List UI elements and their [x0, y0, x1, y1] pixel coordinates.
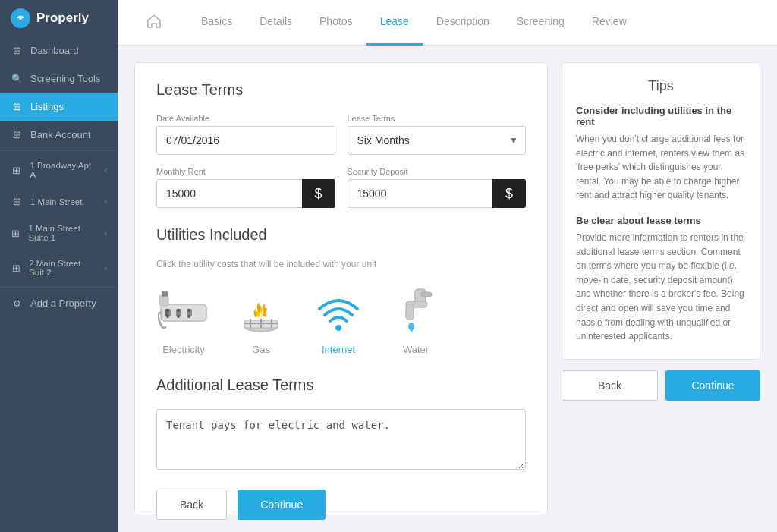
sidebar: Properly ⊞ Dashboard 🔍 Screening Tools ⊞…: [0, 0, 118, 532]
sidebar-item-listings[interactable]: ⊞ Listings: [0, 93, 118, 121]
tips-title: Tips: [576, 78, 746, 94]
monthly-rent-group: Monthly Rent $: [156, 167, 335, 208]
app-name: Properly: [36, 11, 89, 26]
utilities-section: Utilities Included Click the utility cos…: [156, 226, 526, 355]
nav-step-photos[interactable]: Photos: [306, 0, 366, 46]
utilities-title: Utilities Included: [156, 226, 526, 244]
nav-step-lease[interactable]: Lease: [366, 0, 423, 46]
nav-step-screening[interactable]: Screening: [503, 0, 578, 46]
app-logo-icon: [11, 8, 30, 28]
internet-label: Internet: [322, 344, 355, 355]
sidebar-logo: Properly: [0, 0, 118, 36]
sidebar-label-1-main-suite-1: 1 Main Street Suite 1: [28, 224, 96, 242]
sidebar-label-add-property: Add a Property: [30, 297, 96, 309]
date-available-input[interactable]: [156, 126, 335, 155]
right-back-button[interactable]: Back: [562, 370, 658, 401]
monthly-rent-label: Monthly Rent: [156, 167, 335, 176]
electricity-icon: [156, 283, 211, 338]
nav-step-description[interactable]: Description: [423, 0, 503, 46]
lease-terms-group: Lease Terms Six Months Month to Month On…: [348, 114, 527, 155]
additional-terms-title: Additional Lease Terms: [156, 376, 526, 394]
form-row-1: Date Available Lease Terms Six Months Mo…: [156, 114, 526, 155]
sidebar-label-dashboard: Dashboard: [30, 45, 79, 56]
nav-step-review[interactable]: Review: [578, 0, 640, 46]
sidebar-divider: [0, 150, 118, 151]
tips-card: Tips Consider including utilities in the…: [562, 62, 760, 360]
lease-terms-title: Lease Terms: [156, 81, 526, 99]
sidebar-label-1-main: 1 Main Street: [30, 197, 82, 206]
dashboard-icon: ⊞: [11, 45, 23, 56]
sidebar-item-2-main-suit-2[interactable]: ⊞ 2 Main Street Suit 2 ‹: [0, 250, 118, 285]
listings-icon: ⊞: [11, 101, 23, 112]
right-continue-button[interactable]: Continue: [665, 370, 760, 401]
tip1-body: When you don't charge additional fees fo…: [576, 132, 746, 203]
sidebar-label-bank-account: Bank Account: [30, 129, 91, 140]
gear-icon: ⚙: [11, 298, 23, 309]
sidebar-label-screening-tools: Screening Tools: [30, 73, 100, 84]
lease-terms-select-wrapper: Six Months Month to Month One Year Two Y…: [348, 126, 527, 155]
sidebar-item-1-broadway[interactable]: ⊞ 1 Broadway Apt A ‹: [0, 153, 118, 187]
utility-water[interactable]: Water: [388, 283, 443, 355]
additional-terms-textarea[interactable]: [156, 409, 526, 470]
tip2-body: Provide more information to renters in t…: [576, 231, 746, 344]
svg-rect-15: [165, 291, 168, 297]
sidebar-item-1-main-suite-1[interactable]: ⊞ 1 Main Street Suite 1 ‹: [0, 216, 118, 250]
date-available-label: Date Available: [156, 114, 335, 123]
utilities-subtitle: Click the utility costs that will be inc…: [156, 259, 526, 269]
back-button[interactable]: Back: [156, 490, 227, 520]
svg-point-5: [166, 309, 169, 312]
sidebar-divider-2: [0, 287, 118, 288]
sidebar-item-1-main[interactable]: ⊞ 1 Main Street ‹: [0, 187, 118, 216]
right-panel: Tips Consider including utilities in the…: [562, 62, 760, 515]
sidebar-label-1-broadway: 1 Broadway Apt A: [30, 161, 97, 179]
monthly-rent-dollar-icon[interactable]: $: [302, 179, 335, 208]
left-panel: Lease Terms Date Available Lease Terms S…: [134, 62, 548, 515]
search-icon: 🔍: [11, 74, 23, 84]
tip1-heading: Consider including utilities in the rent: [576, 105, 746, 127]
home-icon-2: ⊞: [11, 196, 23, 207]
security-deposit-input-wrap: $: [348, 179, 527, 208]
gas-icon: [234, 283, 288, 338]
sidebar-item-dashboard[interactable]: ⊞ Dashboard: [0, 36, 118, 65]
tip2-heading: Be clear about lease terms: [576, 215, 746, 226]
sidebar-item-add-property[interactable]: ⚙ Add a Property: [0, 289, 118, 317]
utility-electricity[interactable]: Electricity: [156, 283, 211, 355]
wifi-icon: [311, 283, 366, 338]
sidebar-item-screening-tools[interactable]: 🔍 Screening Tools: [0, 65, 118, 93]
form-row-2: Monthly Rent $ Security Deposit $: [156, 167, 526, 208]
home-icon-4: ⊞: [11, 263, 21, 274]
gas-label: Gas: [252, 344, 270, 355]
svg-point-6: [166, 315, 169, 318]
nav-step-details[interactable]: Details: [246, 0, 306, 46]
sidebar-label-2-main-suit-2: 2 Main Street Suit 2: [29, 259, 96, 277]
svg-point-11: [187, 309, 190, 312]
lease-terms-select[interactable]: Six Months Month to Month One Year Two Y…: [348, 126, 527, 155]
security-deposit-dollar-icon[interactable]: $: [492, 179, 526, 208]
svg-rect-25: [406, 304, 414, 320]
utility-internet[interactable]: Internet: [311, 283, 366, 355]
security-deposit-label: Security Deposit: [348, 167, 527, 176]
svg-point-22: [335, 325, 341, 331]
water-label: Water: [403, 344, 429, 355]
utility-gas[interactable]: Gas: [234, 283, 288, 355]
svg-point-8: [177, 309, 180, 312]
bank-icon: ⊞: [11, 129, 23, 140]
home-icon-3: ⊞: [11, 228, 20, 239]
right-actions: Back Continue: [562, 370, 760, 401]
sidebar-item-bank-account[interactable]: ⊞ Bank Account: [0, 121, 118, 149]
continue-button[interactable]: Continue: [238, 490, 326, 520]
date-available-group: Date Available: [156, 114, 335, 155]
monthly-rent-input-wrap: $: [156, 179, 335, 208]
nav-step-basics[interactable]: Basics: [187, 0, 246, 46]
nav-home[interactable]: [133, 0, 175, 46]
svg-point-1: [19, 17, 22, 20]
main-area: Basics Details Photos Lease Description …: [118, 0, 777, 532]
svg-point-12: [187, 315, 190, 318]
additional-terms-section: Additional Lease Terms: [156, 376, 526, 473]
utilities-grid: Electricity: [156, 283, 526, 355]
chevron-icon-1: ‹: [105, 166, 107, 175]
svg-rect-26: [421, 292, 432, 297]
water-icon: [388, 283, 443, 338]
electricity-label: Electricity: [162, 344, 205, 355]
chevron-icon-2: ‹: [105, 197, 107, 206]
